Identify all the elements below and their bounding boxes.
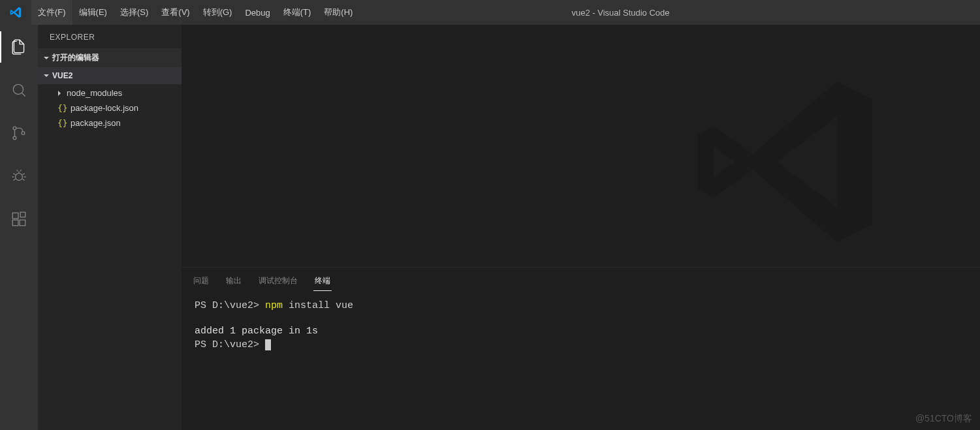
source-control-icon bbox=[10, 125, 27, 142]
project-name-label: VUE2 bbox=[52, 71, 72, 80]
section-open-editors[interactable]: 打开的编辑器 bbox=[38, 48, 182, 67]
svg-point-0 bbox=[13, 84, 23, 94]
workbench: EXPLORER 打开的编辑器 VUE2 node_modules {} pac… bbox=[0, 25, 980, 430]
bug-icon bbox=[10, 168, 27, 185]
panel-tab-problems[interactable]: 问题 bbox=[192, 271, 210, 291]
sidebar-explorer: EXPLORER 打开的编辑器 VUE2 node_modules {} pac… bbox=[38, 25, 182, 430]
editor-area: 问题 输出 调试控制台 终端 PS D:\vue2> npm install v… bbox=[182, 25, 980, 430]
terminal-cursor bbox=[265, 339, 271, 350]
section-project[interactable]: VUE2 bbox=[38, 67, 182, 84]
svg-rect-7 bbox=[20, 220, 25, 226]
sidebar-title: EXPLORER bbox=[38, 25, 182, 48]
blog-watermark: @51CTO博客 bbox=[915, 413, 972, 425]
files-icon bbox=[10, 38, 27, 55]
panel-tab-debug-console[interactable]: 调试控制台 bbox=[257, 271, 299, 291]
tree-item-label: package.json bbox=[71, 118, 121, 128]
tree-item-label: package-lock.json bbox=[71, 103, 138, 113]
terminal-line: PS D:\vue2> npm install vue bbox=[195, 299, 967, 313]
menu-debug[interactable]: Debug bbox=[238, 0, 276, 25]
panel-tabs: 问题 输出 调试控制台 终端 bbox=[182, 268, 980, 296]
svg-point-4 bbox=[16, 174, 23, 181]
menu-file[interactable]: 文件(F) bbox=[31, 0, 72, 25]
menubar: 文件(F) 编辑(E) 选择(S) 查看(V) 转到(G) Debug 终端(T… bbox=[31, 0, 359, 25]
svg-rect-5 bbox=[12, 213, 18, 219]
menu-help[interactable]: 帮助(H) bbox=[317, 0, 359, 25]
svg-point-1 bbox=[13, 127, 16, 130]
search-icon bbox=[10, 82, 27, 99]
file-tree: node_modules {} package-lock.json {} pac… bbox=[38, 84, 182, 132]
tree-item-package-json[interactable]: {} package.json bbox=[38, 115, 182, 131]
menu-go[interactable]: 转到(G) bbox=[197, 0, 239, 25]
editor-empty bbox=[182, 25, 980, 267]
panel: 问题 输出 调试控制台 终端 PS D:\vue2> npm install v… bbox=[182, 267, 980, 430]
terminal-line: PS D:\vue2> bbox=[195, 338, 967, 352]
json-icon: {} bbox=[57, 118, 67, 128]
menu-select[interactable]: 选择(S) bbox=[114, 0, 155, 25]
svg-point-2 bbox=[13, 136, 16, 140]
activity-source-control[interactable] bbox=[0, 117, 38, 149]
tree-item-package-lock[interactable]: {} package-lock.json bbox=[38, 100, 182, 115]
terminal-line: added 1 package in 1s bbox=[195, 324, 967, 338]
svg-rect-8 bbox=[20, 212, 25, 217]
panel-tab-terminal[interactable]: 终端 bbox=[313, 271, 332, 291]
activity-bar bbox=[0, 25, 38, 430]
menu-edit[interactable]: 编辑(E) bbox=[72, 0, 114, 25]
tree-item-label: node_modules bbox=[67, 88, 122, 98]
titlebar: 文件(F) 编辑(E) 选择(S) 查看(V) 转到(G) Debug 终端(T… bbox=[0, 0, 980, 25]
chevron-down-icon bbox=[43, 72, 50, 79]
window-title: vue2 - Visual Studio Code bbox=[571, 8, 669, 18]
svg-point-3 bbox=[22, 132, 25, 135]
menu-terminal[interactable]: 终端(T) bbox=[277, 0, 318, 25]
tree-item-node-modules[interactable]: node_modules bbox=[38, 85, 182, 100]
open-editors-label: 打开的编辑器 bbox=[52, 52, 99, 63]
json-icon: {} bbox=[57, 103, 67, 113]
terminal[interactable]: PS D:\vue2> npm install vue added 1 pack… bbox=[182, 296, 980, 430]
svg-rect-6 bbox=[12, 220, 18, 226]
extensions-icon bbox=[10, 211, 27, 228]
activity-extensions[interactable] bbox=[0, 204, 38, 235]
panel-tab-output[interactable]: 输出 bbox=[225, 271, 243, 291]
activity-explorer[interactable] bbox=[0, 31, 38, 63]
activity-run-debug[interactable] bbox=[0, 161, 38, 192]
activity-search[interactable] bbox=[0, 74, 38, 106]
chevron-down-icon bbox=[43, 55, 50, 61]
vscode-logo-icon bbox=[0, 7, 31, 18]
vscode-watermark-icon bbox=[667, 64, 902, 262]
chevron-right-icon bbox=[56, 90, 63, 97]
menu-view[interactable]: 查看(V) bbox=[155, 0, 196, 25]
